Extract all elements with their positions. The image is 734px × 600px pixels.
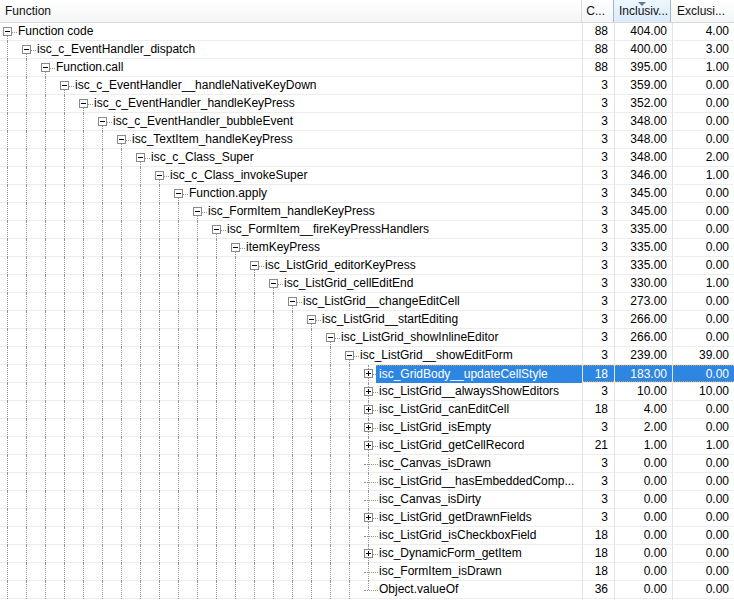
- tree-row[interactable]: isc_c_EventHandler__handleNativeKeyDown3…: [0, 77, 734, 95]
- collapse-icon[interactable]: [269, 279, 278, 288]
- exclusive-cell: 0.00: [672, 77, 734, 94]
- tree-row[interactable]: isc_ListGrid__changeEditCell3273.000.00: [0, 293, 734, 311]
- expand-icon[interactable]: [364, 423, 373, 432]
- collapse-icon[interactable]: [60, 81, 69, 90]
- collapse-icon[interactable]: [250, 261, 259, 270]
- tree-row[interactable]: isc_Canvas_isDirty30.000.00: [0, 491, 734, 509]
- collapse-icon[interactable]: [22, 45, 31, 54]
- column-header-function[interactable]: Function: [0, 0, 582, 22]
- tree-guide-line: [83, 275, 84, 293]
- tree-row[interactable]: isc_c_Class_invokeSuper3346.001.00: [0, 167, 734, 185]
- tree-row[interactable]: isc_Canvas_isDrawn30.000.00: [0, 455, 734, 473]
- collapse-icon[interactable]: [307, 315, 316, 324]
- collapse-icon[interactable]: [288, 297, 297, 306]
- collapse-icon[interactable]: [174, 189, 183, 198]
- tree-guide-line: [254, 437, 255, 455]
- tree-row[interactable]: isc_GridBody__updateCellStyle18183.000.0…: [0, 365, 734, 383]
- tree-guide-line: [292, 455, 293, 473]
- tree-guide-line: [254, 311, 255, 329]
- tree-guide-line: [121, 365, 122, 383]
- collapse-icon[interactable]: [231, 243, 240, 252]
- function-name: isc_ListGrid__startEditing: [319, 312, 461, 326]
- tree-guide-line: [273, 563, 274, 581]
- tree-guide-line: [83, 545, 84, 563]
- collapse-icon[interactable]: [326, 333, 335, 342]
- expand-icon[interactable]: [364, 387, 373, 396]
- tree-row[interactable]: isc_FormItem_handleKeyPress3345.000.00: [0, 203, 734, 221]
- tree-row[interactable]: isc_ListGrid_isCheckboxField180.000.00: [0, 527, 734, 545]
- column-header-inclusive[interactable]: Inclusiv...: [613, 0, 671, 22]
- collapse-icon[interactable]: [98, 117, 107, 126]
- collapse-icon[interactable]: [3, 27, 12, 36]
- function-name: isc_ListGrid__showEditForm: [357, 348, 516, 362]
- function-name: Object.valueOf: [376, 582, 461, 596]
- tree-guide-line: [26, 239, 27, 257]
- tree-row[interactable]: isc_ListGrid_canEditCell184.000.00: [0, 401, 734, 419]
- tree-row[interactable]: isc_ListGrid_isEmpty32.000.00: [0, 419, 734, 437]
- collapse-icon[interactable]: [79, 99, 88, 108]
- tree-guide-line: [83, 365, 84, 383]
- tree-guide-line: [140, 221, 141, 239]
- tree-row[interactable]: isc_ListGrid__startEditing3266.000.00: [0, 311, 734, 329]
- tree-row[interactable]: isc_TextItem_handleKeyPress3348.000.00: [0, 131, 734, 149]
- expand-icon[interactable]: [364, 549, 373, 558]
- tree-guide-line: [311, 347, 312, 365]
- expand-icon[interactable]: [364, 513, 373, 522]
- tree-guide-line: [83, 239, 84, 257]
- tree-guide-line: [349, 491, 350, 509]
- collapse-icon[interactable]: [193, 207, 202, 216]
- tree-guide-line: [197, 437, 198, 455]
- tree-guide-line: [7, 149, 8, 167]
- collapse-icon[interactable]: [345, 351, 354, 360]
- tree-guide-line: [102, 131, 103, 149]
- tree-guide-line: [254, 563, 255, 581]
- tree-row[interactable]: itemKeyPress3335.000.00: [0, 239, 734, 257]
- collapse-icon[interactable]: [155, 171, 164, 180]
- calls-cell: 21: [582, 437, 614, 454]
- tree-row[interactable]: isc_c_Class_Super3348.002.00: [0, 149, 734, 167]
- expand-icon[interactable]: [364, 441, 373, 450]
- tree-row[interactable]: isc_DynamicForm_getItem180.000.00: [0, 545, 734, 563]
- tree-guide-line: [121, 581, 122, 599]
- tree-row[interactable]: Function.apply3345.000.00: [0, 185, 734, 203]
- function-name: isc_c_Class_invokeSuper: [167, 168, 310, 182]
- tree-guide-line: [121, 275, 122, 293]
- tree-guide-line: [254, 383, 255, 401]
- tree-row[interactable]: isc_ListGrid__showEditForm3239.0039.00: [0, 347, 734, 365]
- tree-guide-line: [45, 185, 46, 203]
- tree-guide-line: [45, 401, 46, 419]
- collapse-icon[interactable]: [117, 135, 126, 144]
- tree-row[interactable]: isc_FormItem_isDrawn180.000.00: [0, 563, 734, 581]
- tree-row[interactable]: Function code88404.004.00: [0, 23, 734, 41]
- tree-guide-line: [121, 563, 122, 581]
- tree-row[interactable]: isc_ListGrid_getDrawnFields30.000.00: [0, 509, 734, 527]
- tree-row[interactable]: isc_ListGrid_getCellRecord211.001.00: [0, 437, 734, 455]
- tree-row[interactable]: Object.valueOf360.000.00: [0, 581, 734, 599]
- tree-row[interactable]: isc_ListGrid_showInlineEditor3266.000.00: [0, 329, 734, 347]
- tree-guide-line: [7, 77, 8, 95]
- expand-icon[interactable]: [364, 405, 373, 414]
- tree-guide-line: [83, 293, 84, 311]
- tree-row[interactable]: isc_ListGrid__hasEmbeddedComp...30.000.0…: [0, 473, 734, 491]
- tree-guide-line: [349, 437, 350, 455]
- tree-guide-line: [216, 473, 217, 491]
- tree-row[interactable]: Function.call88395.001.00: [0, 59, 734, 77]
- collapse-icon[interactable]: [136, 153, 145, 162]
- tree-row[interactable]: isc_c_EventHandler_bubbleEvent3348.000.0…: [0, 113, 734, 131]
- tree-guide-line: [140, 257, 141, 275]
- collapse-icon[interactable]: [41, 63, 50, 72]
- tree-row[interactable]: isc_ListGrid_cellEditEnd3330.001.00: [0, 275, 734, 293]
- tree-guide-line: [45, 221, 46, 239]
- column-header-exclusive[interactable]: Exclusi...: [671, 0, 734, 22]
- tree-guide-line: [64, 437, 65, 455]
- tree-row[interactable]: isc_ListGrid_editorKeyPress3335.000.00: [0, 257, 734, 275]
- tree-row[interactable]: isc_ListGrid__alwaysShowEditors310.0010.…: [0, 383, 734, 401]
- tree-row[interactable]: isc_c_EventHandler_dispatch88400.003.00: [0, 41, 734, 59]
- collapse-icon[interactable]: [212, 225, 221, 234]
- tree-guide-line: [64, 203, 65, 221]
- expand-icon[interactable]: [364, 369, 373, 378]
- column-header-calls[interactable]: C...: [582, 0, 614, 22]
- calls-cell: 3: [582, 185, 614, 202]
- tree-row[interactable]: isc_FormItem__fireKeyPressHandlers3335.0…: [0, 221, 734, 239]
- tree-row[interactable]: isc_c_EventHandler_handleKeyPress3352.00…: [0, 95, 734, 113]
